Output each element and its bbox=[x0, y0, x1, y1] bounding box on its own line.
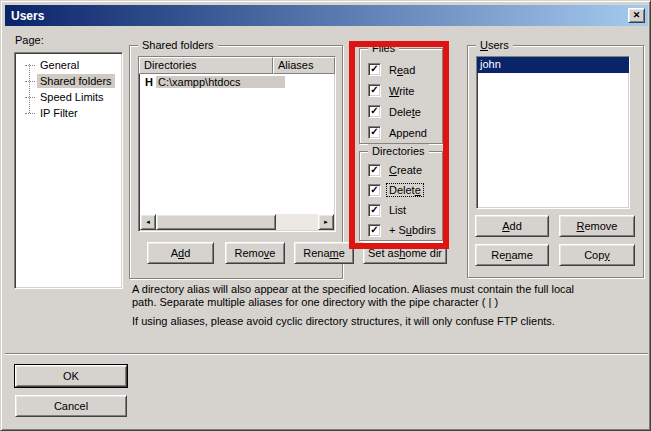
page-label: Page: bbox=[15, 34, 44, 46]
users-group-label: Users bbox=[476, 38, 513, 52]
home-dir-marker: H bbox=[145, 76, 153, 88]
listview-header: Directories Aliases bbox=[139, 57, 335, 74]
directories-group: Directories ✓ Create ✓ Delete ✓ List ✓ +… bbox=[359, 151, 443, 241]
scroll-right-icon: ► bbox=[323, 219, 329, 225]
check-icon: ✓ bbox=[370, 127, 378, 137]
file-delete-label[interactable]: Delete bbox=[387, 106, 423, 118]
subdirs-label[interactable]: + Subdirs bbox=[387, 224, 438, 236]
append-checkbox[interactable]: ✓ bbox=[368, 126, 381, 139]
check-icon: ✓ bbox=[370, 165, 378, 175]
set-as-home-dir-button[interactable]: Set as home dir bbox=[363, 242, 447, 264]
list-label[interactable]: List bbox=[387, 204, 408, 216]
tree-connector bbox=[25, 113, 35, 114]
users-dialog: Users ✕ Page: General Shared folders Spe… bbox=[0, 0, 651, 431]
window-title: Users bbox=[5, 9, 44, 23]
folder-rename-button[interactable]: Rename bbox=[294, 242, 354, 264]
tree-item-label: Speed Limits bbox=[37, 90, 107, 104]
tree-item-label: Shared folders bbox=[37, 74, 115, 88]
read-label[interactable]: Read bbox=[387, 64, 417, 76]
page-tree: General Shared folders Speed Limits IP F… bbox=[14, 52, 123, 289]
scrollbar-track[interactable] bbox=[276, 214, 318, 230]
directory-path: C:\xampp\htdocs bbox=[156, 76, 285, 88]
close-icon: ✕ bbox=[633, 11, 641, 20]
help-text-line: path. Separate multiple aliases for one … bbox=[132, 296, 498, 308]
tree-item-general[interactable]: General bbox=[15, 57, 122, 73]
shared-folders-group-label: Shared folders bbox=[138, 38, 218, 52]
cancel-button[interactable]: Cancel bbox=[15, 395, 127, 417]
checkbox-row-create[interactable]: ✓ Create bbox=[360, 160, 442, 180]
user-rename-button[interactable]: Rename bbox=[475, 244, 549, 266]
user-add-button[interactable]: Add bbox=[475, 215, 549, 237]
user-remove-button[interactable]: Remove bbox=[559, 215, 635, 237]
user-row-john[interactable]: john bbox=[477, 57, 629, 73]
folder-add-button[interactable]: Add bbox=[147, 242, 214, 264]
title-bar[interactable]: Users ✕ bbox=[5, 5, 648, 26]
check-icon: ✓ bbox=[370, 106, 378, 116]
scrollbar-thumb[interactable] bbox=[156, 214, 276, 230]
check-icon: ✓ bbox=[370, 225, 378, 235]
checkbox-row-read[interactable]: ✓ Read bbox=[360, 59, 442, 80]
subdirs-checkbox[interactable]: ✓ bbox=[368, 224, 381, 237]
checkbox-row-append[interactable]: ✓ Append bbox=[360, 122, 442, 143]
tree-connector bbox=[25, 81, 35, 82]
directory-row[interactable]: H C:\xampp\htdocs bbox=[139, 75, 335, 91]
folder-remove-button[interactable]: Remove bbox=[225, 242, 285, 264]
checkbox-row-file-delete[interactable]: ✓ Delete bbox=[360, 101, 442, 122]
column-header-aliases[interactable]: Aliases bbox=[273, 57, 335, 74]
checkbox-row-dir-delete[interactable]: ✓ Delete bbox=[360, 180, 442, 200]
help-text-line: A directory alias will also appear at th… bbox=[132, 283, 574, 295]
check-icon: ✓ bbox=[370, 85, 378, 95]
check-icon: ✓ bbox=[370, 205, 378, 215]
check-icon: ✓ bbox=[370, 64, 378, 74]
checkbox-row-write[interactable]: ✓ Write bbox=[360, 80, 442, 101]
tree-item-speed-limits[interactable]: Speed Limits bbox=[15, 89, 122, 105]
scroll-left-button[interactable]: ◄ bbox=[140, 214, 156, 230]
files-group-label: Files bbox=[368, 41, 399, 55]
write-checkbox[interactable]: ✓ bbox=[368, 84, 381, 97]
tree-item-ip-filter[interactable]: IP Filter bbox=[15, 105, 122, 121]
tree-connector bbox=[25, 97, 35, 98]
create-checkbox[interactable]: ✓ bbox=[368, 164, 381, 177]
files-group: Files ✓ Read ✓ Write ✓ Delete ✓ Append bbox=[359, 48, 443, 144]
create-label[interactable]: Create bbox=[387, 164, 424, 176]
file-delete-checkbox[interactable]: ✓ bbox=[368, 105, 381, 118]
help-text-line: If using aliases, please avoid cyclic di… bbox=[132, 315, 555, 327]
checkbox-row-list[interactable]: ✓ List bbox=[360, 200, 442, 220]
tree-item-shared-folders[interactable]: Shared folders bbox=[15, 73, 122, 89]
append-label[interactable]: Append bbox=[387, 127, 429, 139]
separator-line bbox=[5, 353, 648, 355]
scroll-left-icon: ◄ bbox=[145, 219, 151, 225]
dir-delete-label[interactable]: Delete bbox=[387, 184, 423, 196]
read-checkbox[interactable]: ✓ bbox=[368, 63, 381, 76]
write-label[interactable]: Write bbox=[387, 85, 416, 97]
column-header-directories[interactable]: Directories bbox=[139, 57, 273, 74]
close-button[interactable]: ✕ bbox=[628, 8, 645, 23]
scroll-right-button[interactable]: ► bbox=[318, 214, 334, 230]
checkbox-row-subdirs[interactable]: ✓ + Subdirs bbox=[360, 220, 442, 240]
directories-group-label: Directories bbox=[368, 144, 429, 158]
list-checkbox[interactable]: ✓ bbox=[368, 204, 381, 217]
dir-delete-checkbox[interactable]: ✓ bbox=[368, 184, 381, 197]
check-icon: ✓ bbox=[370, 185, 378, 195]
horizontal-scrollbar[interactable]: ◄ ► bbox=[140, 214, 334, 230]
ok-button[interactable]: OK bbox=[15, 365, 127, 387]
user-copy-button[interactable]: Copy bbox=[559, 244, 635, 266]
directories-listview: Directories Aliases H C:\xampp\htdocs ◄ … bbox=[138, 56, 336, 232]
tree-connector bbox=[25, 65, 35, 66]
tree-item-label: General bbox=[37, 58, 82, 72]
tree-item-label: IP Filter bbox=[37, 106, 81, 120]
users-list[interactable]: john bbox=[476, 56, 630, 209]
